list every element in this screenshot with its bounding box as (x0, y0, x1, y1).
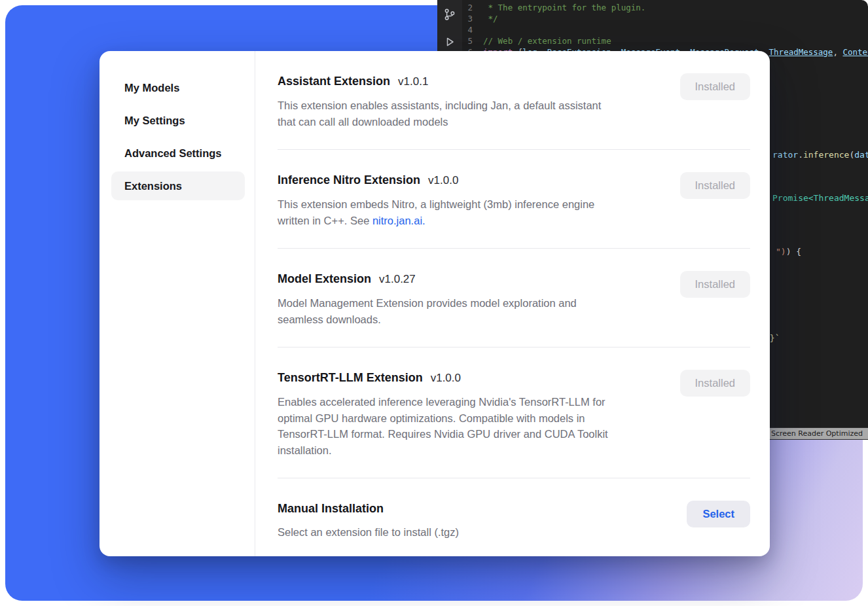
code-fragment: rator.inference(data)); (772, 149, 868, 160)
extension-name: Inference Nitro Extension (278, 173, 420, 187)
sidebar-item-advanced-settings[interactable]: Advanced Settings (111, 139, 245, 168)
code-line: 4 (462, 24, 868, 35)
extension-row-model: Model Extensionv1.0.27 Model Management … (278, 249, 750, 348)
installed-button[interactable]: Installed (680, 370, 750, 397)
sidebar-item-extensions[interactable]: Extensions (111, 171, 245, 200)
code-fragment: ")) { (776, 246, 801, 257)
installed-button[interactable]: Installed (680, 73, 750, 100)
extension-name: TensortRT-LLM Extension (278, 371, 423, 384)
nitro-jan-ai-link[interactable]: nitro.jan.ai. (372, 215, 425, 226)
sidebar-item-my-models[interactable]: My Models (111, 73, 245, 102)
extension-row-nitro: Inference Nitro Extensionv1.0.0 This ext… (278, 150, 750, 249)
manual-installation-row: Manual Installation Select an extension … (278, 478, 750, 556)
code-text: * The entrypoint for the plugin. (483, 2, 645, 13)
extension-title: Model Extensionv1.0.27 (278, 271, 577, 287)
code-line: 3 */ (462, 13, 868, 24)
run-icon[interactable] (443, 35, 456, 48)
line-number: 3 (462, 13, 483, 24)
line-number: 4 (462, 24, 483, 35)
extension-name: Model Extension (278, 272, 371, 285)
extension-version: v1.0.0 (431, 372, 461, 384)
jan-settings-card: My Models My Settings Advanced Settings … (99, 51, 770, 556)
code-text: // Web / extension runtime (483, 35, 611, 46)
extension-row-tensorrt: TensortRT-LLM Extensionv1.0.0 Enables ac… (278, 348, 750, 478)
select-file-button[interactable]: Select (687, 501, 750, 527)
settings-sidebar: My Models My Settings Advanced Settings … (99, 51, 255, 556)
extension-description: This extension enables assistants, inclu… (278, 98, 601, 130)
manual-installation-title: Manual Installation (278, 501, 459, 516)
sidebar-item-my-settings[interactable]: My Settings (111, 106, 245, 135)
code-lines: 2 * The entrypoint for the plugin. 3 */ … (462, 2, 868, 58)
source-control-icon[interactable] (443, 8, 456, 21)
extension-version: v1.0.1 (398, 75, 428, 88)
line-number: 5 (462, 35, 483, 46)
code-fragment: Promise<ThreadMessage> (772, 192, 868, 204)
manual-installation-description: Select an extension file to install (.tg… (278, 524, 459, 541)
extension-title: Assistant Extensionv1.0.1 (278, 73, 601, 90)
extension-title: Inference Nitro Extensionv1.0.0 (278, 172, 594, 188)
extension-description: Enables accelerated inference leveraging… (278, 394, 608, 458)
extension-description: This extension embeds Nitro, a lightweig… (278, 196, 594, 228)
line-number: 2 (462, 2, 483, 13)
screen-reader-badge[interactable]: Screen Reader Optimized (766, 428, 868, 439)
extension-title: TensortRT-LLM Extensionv1.0.0 (278, 370, 608, 386)
extension-version: v1.0.0 (428, 174, 458, 187)
code-text: */ (483, 13, 498, 24)
code-line: 2 * The entrypoint for the plugin. (462, 2, 868, 13)
extension-description: Model Management Extension provides mode… (278, 295, 577, 327)
extension-name: Assistant Extension (278, 75, 390, 88)
installed-button[interactable]: Installed (680, 172, 750, 199)
installed-button[interactable]: Installed (680, 271, 750, 298)
extensions-list: Assistant Extensionv1.0.1 This extension… (255, 51, 770, 556)
code-line: 5 // Web / extension runtime (462, 35, 868, 46)
extension-version: v1.0.27 (379, 273, 416, 285)
extension-row-assistant: Assistant Extensionv1.0.1 This extension… (278, 51, 750, 150)
screenshot-stage: 2 * The entrypoint for the plugin. 3 */ … (0, 0, 868, 606)
